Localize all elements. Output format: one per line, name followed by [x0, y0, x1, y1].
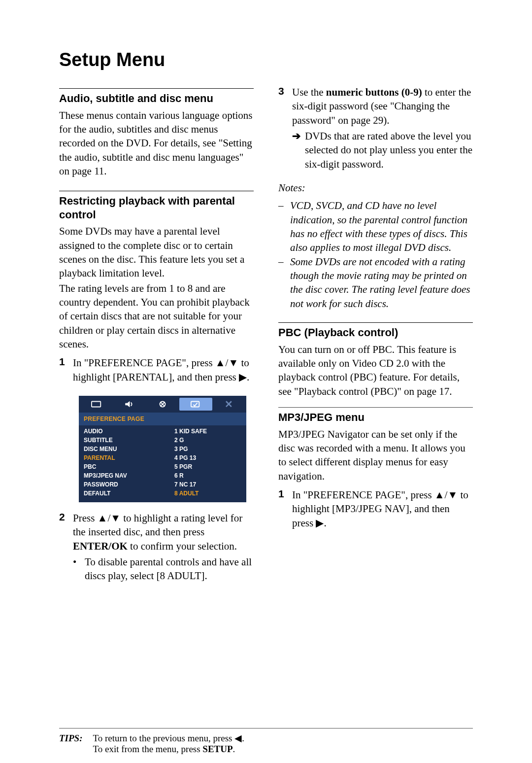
para-parental-1: Some DVDs may have a parental level assi… — [59, 224, 254, 280]
step-1-text: In "PREFERENCE PAGE", press ▲/▼ to highl… — [73, 356, 254, 384]
notes-list: – VCD, SVCD, and CD have no level indica… — [278, 199, 473, 311]
osd-right-item: 5 PGR — [174, 463, 241, 471]
section-rule — [59, 88, 254, 89]
osd-left-item: PBC — [84, 463, 166, 471]
tips-footer: TIPS: To return to the previous menu, pr… — [59, 728, 473, 755]
down-icon: ▼ — [447, 489, 458, 501]
heading-pbc: PBC (Playback control) — [278, 326, 473, 340]
tips-label-spacer — [59, 744, 91, 755]
left-column: Audio, subtitle and disc menu These menu… — [59, 85, 254, 590]
step-3-text: Use the numeric buttons (0-9) to enter t… — [292, 85, 473, 171]
text: In "PREFERENCE PAGE", press — [292, 489, 434, 501]
svg-rect-0 — [92, 402, 100, 407]
osd-left-item: MP3/JPEG NAV — [84, 472, 166, 480]
tips-line-2: To exit from the menu, press SETUP. — [93, 744, 235, 754]
down-icon: ▼ — [228, 357, 238, 369]
osd-tab-audio-icon — [113, 398, 146, 411]
right-column: 3 Use the numeric buttons (0-9) to enter… — [278, 85, 473, 590]
bullet-icon: • — [73, 555, 80, 583]
text: . — [233, 744, 235, 754]
osd-right-item: 2 G — [174, 436, 241, 444]
osd-left-item: PASSWORD — [84, 481, 166, 488]
arrow-icon: ➔ — [292, 129, 301, 171]
osd-left-item: DEFAULT — [84, 489, 166, 497]
para-pbc: You can turn on or off PBC. This feature… — [278, 343, 473, 398]
osd-body: AUDIOSUBTITLEDISC MENUPARENTALPBCMP3/JPE… — [79, 425, 246, 502]
text: Use the — [292, 86, 326, 98]
osd-right-item: 8 ADULT — [174, 489, 241, 497]
text: . — [247, 371, 249, 383]
right-icon: ▶ — [316, 517, 324, 529]
up-icon: ▲ — [434, 489, 445, 501]
page: Setup Menu Audio, subtitle and disc menu… — [0, 0, 532, 763]
setup-label: SETUP — [202, 744, 233, 754]
step-2-sub-bullet: • To disable parental controls and have … — [73, 555, 254, 583]
section-rule — [278, 407, 473, 408]
step-1: 1 In "PREFERENCE PAGE", press ▲/▼ to hig… — [59, 356, 254, 388]
heading-mp3jpeg: MP3/JPEG menu — [278, 411, 473, 424]
osd-right-item: 3 PG — [174, 445, 241, 453]
osd-right-item: 1 KID SAFE — [174, 427, 241, 435]
text: . — [242, 733, 244, 743]
tips-label: TIPS: — [59, 733, 91, 744]
numeric-buttons-label: numeric buttons (0-9) — [326, 86, 422, 98]
osd-tab-video-icon — [146, 398, 179, 411]
left-icon: ◀ — [234, 733, 242, 743]
note-item: – Some DVDs are not encoded with a ratin… — [278, 255, 473, 311]
step-number: 3 — [278, 85, 287, 175]
osd-tab-bar: ✕ — [79, 396, 246, 413]
step-2: 2 Press ▲/▼ to highlight a rating level … — [59, 511, 254, 587]
text: to confirm your selection. — [128, 540, 237, 552]
step-2-text: Press ▲/▼ to highlight a rating level fo… — [73, 511, 254, 583]
dash-icon: – — [278, 199, 285, 254]
section-rule — [278, 322, 473, 323]
text: Press — [73, 512, 98, 524]
step-3: 3 Use the numeric buttons (0-9) to enter… — [278, 85, 473, 175]
step-number: 1 — [278, 488, 287, 534]
osd-left-list: AUDIOSUBTITLEDISC MENUPARENTALPBCMP3/JPE… — [84, 427, 166, 497]
two-column-layout: Audio, subtitle and disc menu These menu… — [59, 85, 473, 590]
para-audio-subtitle-disc: These menus contain various language opt… — [59, 108, 254, 178]
osd-screenshot: ✕ PREFERENCE PAGE AUDIOSUBTITLEDISC MENU… — [79, 396, 246, 502]
up-icon: ▲ — [215, 357, 226, 369]
heading-audio-subtitle-disc: Audio, subtitle and disc menu — [59, 92, 254, 105]
osd-right-list: 1 KID SAFE2 G3 PG4 PG 135 PGR6 R7 NC 178… — [174, 427, 241, 497]
mp3-step-1: 1 In "PREFERENCE PAGE", press ▲/▼ to hig… — [278, 488, 473, 534]
tips-line-1: To return to the previous menu, press ◀. — [93, 733, 244, 743]
dash-icon: – — [278, 255, 285, 311]
note-text: VCD, SVCD, and CD have no level indicati… — [290, 199, 473, 254]
text: In "PREFERENCE PAGE", press — [73, 357, 215, 369]
step-number: 2 — [59, 511, 68, 587]
para-parental-2: The rating levels are from 1 to 8 and ar… — [59, 281, 254, 351]
osd-right-item: 7 NC 17 — [174, 481, 241, 488]
osd-right-item: 4 PG 13 — [174, 454, 241, 462]
text: To disable parental controls and have al… — [85, 555, 254, 583]
osd-tab-general-icon — [80, 398, 113, 411]
osd-right-item: 6 R — [174, 472, 241, 480]
para-mp3jpeg: MP3/JPEG Navigator can be set only if th… — [278, 427, 473, 483]
osd-left-item: PARENTAL — [84, 454, 166, 462]
note-item: – VCD, SVCD, and CD have no level indica… — [278, 199, 473, 254]
osd-page-title: PREFERENCE PAGE — [79, 413, 246, 425]
text: To exit from the menu, press — [93, 744, 202, 754]
text: DVDs that are rated above the level you … — [305, 129, 473, 171]
enter-ok-label: ENTER/OK — [73, 540, 128, 552]
right-icon: ▶ — [239, 371, 247, 383]
osd-left-item: AUDIO — [84, 427, 166, 435]
note-text: Some DVDs are not encoded with a rating … — [290, 255, 473, 311]
osd-left-item: SUBTITLE — [84, 436, 166, 444]
osd-left-item: DISC MENU — [84, 445, 166, 453]
notes-label: Notes: — [278, 181, 473, 195]
mp3-step-1-text: In "PREFERENCE PAGE", press ▲/▼ to highl… — [292, 488, 473, 530]
heading-parental: Restricting playback with parental contr… — [59, 194, 254, 221]
text: To return to the previous menu, press — [93, 733, 234, 743]
osd-tab-exit-icon: ✕ — [212, 398, 245, 411]
osd-tab-preference-icon — [179, 398, 212, 411]
down-icon: ▼ — [110, 512, 121, 524]
section-rule — [59, 191, 254, 191]
step-number: 1 — [59, 356, 68, 388]
text: . — [324, 517, 326, 529]
page-title: Setup Menu — [59, 49, 473, 70]
step-3-result: ➔ DVDs that are rated above the level yo… — [292, 129, 473, 171]
up-icon: ▲ — [98, 512, 108, 524]
